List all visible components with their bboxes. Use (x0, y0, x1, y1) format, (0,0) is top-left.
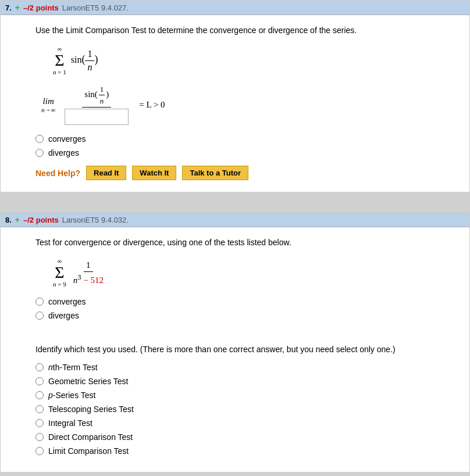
fraction-1-n: 1n (85, 49, 94, 73)
q8-pseries-radio[interactable] (35, 391, 44, 399)
equals-L-label: = L > 0 (139, 100, 165, 110)
q8-option-diverges: diverges (35, 311, 458, 320)
question-7: 7. + –/2 points LarsonET5 9.4.027. Use t… (0, 0, 470, 192)
sigma-expr-8: ∞ Σ n = 9 (53, 257, 66, 288)
q8-test-direct: Direct Comparison Test (35, 432, 458, 442)
q8-diverges-label: diverges (48, 311, 79, 320)
q8-converges-radio[interactable] (35, 298, 44, 306)
q8-nth-label: nth-Term Test (48, 363, 98, 372)
question-8: 8. + –/2 points LarsonET5 9.4.032. Test … (0, 212, 470, 473)
q8-pseries-label: p-Series Test (48, 391, 95, 400)
q8-limit-radio[interactable] (35, 447, 44, 455)
q8-telescoping-radio[interactable] (35, 405, 44, 413)
q7-option-diverges: diverges (35, 148, 458, 158)
question-7-body: Use the Limit Comparison Test to determi… (1, 15, 469, 192)
question-8-source: LarsonET5 9.4.032. (62, 216, 129, 224)
question-8-header: 8. + –/2 points LarsonET5 9.4.032. (1, 213, 469, 227)
q8-test-geometric: Geometric Series Test (35, 377, 458, 386)
need-help-7: Need Help? Read It Watch It Talk to a Tu… (35, 166, 458, 180)
question-7-number: 7. (5, 3, 12, 12)
q8-option-converges: converges (35, 297, 458, 306)
watch-it-button[interactable]: Watch It (132, 166, 176, 180)
q8-converges-label: converges (48, 297, 86, 306)
q8-test-limit: Limit Comparison Test (35, 446, 458, 456)
question-7-points: –/2 points (23, 3, 59, 12)
section-gap (0, 203, 470, 212)
question-8-points: –/2 points (23, 216, 59, 224)
question-7-series: ∞ Σ n = 1 sin(1n) (53, 44, 458, 76)
read-it-button[interactable]: Read It (86, 166, 126, 180)
spacer-8 (35, 325, 458, 335)
question-8-body: Test for convergence or divergence, usin… (1, 227, 469, 472)
q8-test-telescoping: Telescoping Series Test (35, 405, 458, 414)
talk-to-tutor-button[interactable]: Talk to a Tutor (182, 166, 248, 180)
q8-nth-radio[interactable] (35, 363, 44, 371)
question-8-series: ∞ Σ n = 9 1 n3 − 512 (53, 256, 458, 288)
question-7-limit-line: lim n→∞ sin(1n) = L > 0 (41, 85, 458, 125)
q8-telescoping-label: Telescoping Series Test (48, 405, 134, 414)
identify-text: Identify which test you used. (There is … (35, 343, 458, 356)
need-help-label-7: Need Help? (35, 169, 80, 178)
fraction-series-8: 1 n3 − 512 (71, 260, 106, 285)
q8-diverges-radio[interactable] (35, 312, 44, 320)
q7-option-converges: converges (35, 134, 458, 144)
question-7-instruction: Use the Limit Comparison Test to determi… (35, 24, 458, 37)
q8-test-nth: nth-Term Test (35, 363, 458, 372)
q8-test-pseries: p-Series Test (35, 391, 458, 400)
q8-integral-radio[interactable] (35, 419, 44, 427)
question-7-header: 7. + –/2 points LarsonET5 9.4.027. (1, 1, 469, 15)
q8-test-integral: Integral Test (35, 418, 458, 428)
q8-geometric-label: Geometric Series Test (48, 377, 128, 386)
q7-diverges-label: diverges (48, 148, 79, 158)
q8-direct-label: Direct Comparison Test (48, 432, 133, 442)
question-8-plus: + (15, 215, 20, 224)
q8-limit-label: Limit Comparison Test (48, 446, 129, 456)
question-7-source: LarsonET5 9.4.027. (62, 3, 129, 12)
question-7-plus: + (15, 3, 20, 12)
limit-denominator-input[interactable] (65, 109, 129, 125)
sigma-expr-7: ∞ Σ n = 1 (53, 45, 66, 76)
question-8-instruction: Test for convergence or divergence, usin… (35, 237, 458, 249)
q7-diverges-radio[interactable] (35, 149, 44, 157)
q7-converges-radio[interactable] (35, 135, 44, 143)
q7-converges-label: converges (48, 134, 86, 144)
limit-fraction: sin(1n) (62, 85, 131, 125)
q8-direct-radio[interactable] (35, 433, 44, 441)
q8-integral-label: Integral Test (48, 418, 92, 428)
question-8-number: 8. (5, 216, 12, 224)
q8-geometric-radio[interactable] (35, 377, 44, 385)
